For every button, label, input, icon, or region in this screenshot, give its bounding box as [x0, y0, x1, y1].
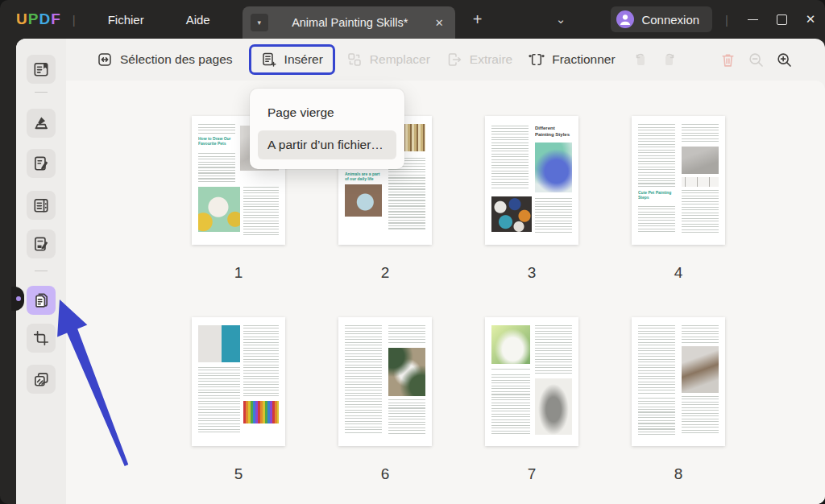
page-cell: 8: [605, 312, 752, 504]
rainbow-pencils-photo: [243, 401, 279, 423]
zoom-in-icon: [776, 52, 793, 68]
split-icon: [529, 52, 545, 68]
close-button[interactable]: ✕: [796, 3, 825, 35]
extract-label: Extraire: [470, 52, 512, 67]
corgi-photo: [682, 147, 719, 174]
sidebar-item-reader[interactable]: [27, 55, 56, 84]
sketch-row: [682, 177, 719, 187]
page-thumbnail-5[interactable]: [192, 317, 285, 446]
page-number: 8: [674, 465, 683, 483]
page-number: 4: [674, 264, 683, 282]
logo-letter: F: [51, 10, 61, 28]
rotate-left-icon: [632, 51, 649, 68]
page-thumbnail-6[interactable]: [338, 317, 432, 446]
thumb-heading: How to Draw Our Favourite Pets: [198, 136, 237, 150]
desk-photo: [388, 348, 425, 396]
sidebar-item-annotate[interactable]: [27, 109, 56, 138]
edit-icon: [32, 155, 50, 172]
replace-icon: [346, 52, 363, 68]
embroidery-photo: [198, 187, 240, 232]
insert-button[interactable]: Insérer: [249, 44, 335, 75]
sidebar-item-sign[interactable]: [27, 229, 56, 258]
watercolor-image: [535, 143, 572, 192]
page-thumbnail-4[interactable]: Cute Pet Painting Steps: [632, 116, 725, 245]
page-thumbnail-8[interactable]: [632, 317, 725, 446]
thumb-text-block: [388, 325, 425, 345]
menu-item-from-file[interactable]: A partir d’un fichier…: [258, 130, 396, 159]
page-number: 7: [528, 465, 537, 483]
page-selection-label: Sélection des pages: [120, 52, 233, 67]
page-selection-icon: [97, 52, 113, 68]
connexion-button[interactable]: Connexion: [611, 6, 712, 32]
thumb-text-block: [638, 124, 675, 187]
page-thumbnail-7[interactable]: [485, 317, 578, 446]
thumb-text-block: [198, 124, 235, 134]
page-thumbnails-panel: How to Draw Our Favourite Pets 1 Animals…: [66, 81, 825, 504]
thumb-text-block: [198, 153, 235, 184]
delete-page-button: [719, 52, 736, 68]
thumb-text-block: [638, 325, 675, 395]
insert-label: Insérer: [284, 52, 323, 67]
tab-title: Animal Painting Skills*: [268, 16, 432, 29]
forms-icon: [32, 196, 50, 214]
thumb-text-block: [682, 190, 719, 233]
crop-icon: [32, 329, 50, 347]
thumb-text-block: [491, 369, 530, 435]
tab-chevron-icon[interactable]: ▾: [251, 14, 268, 31]
minimize-button[interactable]: [738, 3, 767, 35]
connexion-label: Connexion: [641, 13, 699, 27]
document-tab[interactable]: ▾ Animal Painting Skills* ✕: [243, 6, 455, 39]
sidebar-item-watermark[interactable]: [27, 365, 56, 394]
page-cell: Different Painting Styles 3: [458, 111, 605, 312]
menu-item-page-vierge[interactable]: Page vierge: [258, 98, 396, 127]
thumb-text-block: [388, 399, 425, 435]
annotate-icon: [32, 114, 50, 132]
split-label: Fractionner: [552, 52, 615, 67]
page-cell: 6: [312, 312, 458, 504]
page-number: 1: [234, 264, 243, 282]
thumb-heading: Cute Pet Painting Steps: [638, 190, 675, 203]
trash-icon: [719, 52, 736, 68]
page-number: 6: [381, 465, 390, 483]
page-selection-button[interactable]: Sélection des pages: [97, 52, 233, 68]
extract-icon: [446, 52, 462, 68]
tab-close-icon[interactable]: ✕: [432, 15, 447, 31]
sidebar-item-crop[interactable]: [27, 324, 56, 353]
menu-aide[interactable]: Aide: [165, 6, 231, 33]
rotate-left-button: [632, 51, 649, 68]
thumb-text-block: [491, 126, 529, 190]
new-tab-button[interactable]: +: [466, 10, 489, 29]
window-controls-divider: |: [725, 13, 728, 27]
sidebar-divider: [35, 92, 48, 93]
insert-icon: [261, 52, 277, 68]
page-thumbnail-3[interactable]: Different Painting Styles: [485, 116, 578, 245]
sidebar-item-forms[interactable]: [27, 191, 56, 220]
minimize-icon: [748, 19, 758, 20]
thumb-text-block: [638, 206, 675, 233]
menu-fichier[interactable]: Fichier: [87, 6, 165, 33]
logo-letter: D: [39, 10, 51, 28]
thumb-text-block: [682, 124, 719, 143]
insert-dropdown-menu: Page vierge A partir d’un fichier…: [250, 89, 404, 169]
thumb-text-block: [198, 367, 240, 435]
sidebar-item-edit[interactable]: [27, 149, 56, 178]
split-button[interactable]: Fractionner: [529, 52, 615, 68]
extract-button: Extraire: [446, 52, 512, 68]
page-cell: 7: [458, 312, 605, 504]
thumb-text-block: [682, 396, 719, 435]
thumbnail-grid: How to Draw Our Favourite Pets 1 Animals…: [165, 111, 752, 504]
reader-icon: [32, 60, 50, 78]
sign-icon: [32, 235, 50, 253]
content-area: How to Draw Our Favourite Pets 1 Animals…: [16, 39, 825, 504]
page-number: 3: [528, 264, 537, 282]
thumb-text-block: [243, 325, 279, 396]
rotate-right-icon: [661, 51, 678, 68]
maximize-button[interactable]: [767, 3, 796, 35]
updf-window: U P D F | Fichier Aide ▾ Animal Painting…: [0, 0, 825, 504]
zoom-out-icon: [748, 52, 765, 68]
sidebar-item-organize-pages[interactable]: [27, 286, 56, 315]
updf-logo: U P D F: [16, 10, 61, 28]
collapse-toolbar-icon[interactable]: ⌄: [556, 12, 566, 27]
zoom-in-button[interactable]: [776, 52, 793, 68]
paint-pots-photo: [491, 196, 532, 232]
